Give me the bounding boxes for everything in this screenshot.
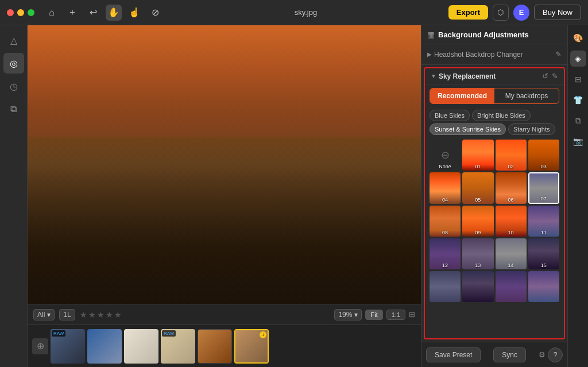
layers-icon[interactable]: ⧉ xyxy=(570,113,586,129)
sky-thumb-08[interactable]: 08 xyxy=(430,206,461,237)
adjustments-icon[interactable]: ◈ xyxy=(570,51,586,67)
count-dropdown[interactable]: 1L xyxy=(59,309,75,320)
sky-thumb-06[interactable]: 06 xyxy=(496,172,527,203)
headshot-section: ▶ Headshot Backdrop Changer ✎ xyxy=(421,44,567,65)
settings-icon[interactable]: ⚙ xyxy=(539,350,546,359)
panel-bottom: Save Preset Sync ⚙ ? xyxy=(421,342,567,367)
tab-my-backdrops[interactable]: My backdrops xyxy=(494,88,559,103)
sky-thumb-02[interactable]: 02 xyxy=(496,140,527,171)
chevron-right-icon[interactable]: ▶ xyxy=(427,51,432,57)
sky-thumb-label-01: 01 xyxy=(462,164,493,169)
tool-history[interactable]: ◷ xyxy=(3,76,24,96)
canvas-image[interactable] xyxy=(28,25,421,304)
right-panel: ▦ Background Adjustments ▶ Headshot Back… xyxy=(421,25,567,367)
sky-thumb-13[interactable]: 13 xyxy=(462,238,493,269)
camera-icon[interactable]: 📷 xyxy=(570,133,586,149)
minimize-button[interactable] xyxy=(17,9,24,16)
sky-thumb-03[interactable]: 03 xyxy=(528,140,559,171)
tool-target[interactable]: ◎ xyxy=(3,53,24,74)
topbar-right: Export ⬡ E Buy Now xyxy=(448,5,581,21)
fit-button[interactable]: Fit xyxy=(365,310,382,320)
sky-thumb-10[interactable]: 10 xyxy=(496,206,527,237)
photo-display xyxy=(28,25,421,304)
sky-thumb-07[interactable]: 07 xyxy=(528,172,559,203)
sky-thumb-01[interactable]: 01 xyxy=(462,140,493,171)
sky-thumb-label-12: 12 xyxy=(430,262,461,268)
star-rating[interactable]: ★★★★★ xyxy=(80,310,122,319)
filter-sunset[interactable]: Sunset & Sunrise Skies xyxy=(430,123,506,135)
sky-thumb-16a[interactable] xyxy=(430,271,461,302)
sky-thumb-14[interactable]: 14 xyxy=(496,238,527,269)
film-thumb[interactable]: RAW xyxy=(51,329,85,364)
filter-blue-skies[interactable]: Blue Skies xyxy=(430,110,470,121)
sky-thumb-label-04: 04 xyxy=(430,197,461,203)
home-icon[interactable]: ⌂ xyxy=(44,5,60,21)
sky-thumb-label-06: 06 xyxy=(496,197,527,203)
tool-shape[interactable]: △ xyxy=(3,30,24,51)
chevron-down-icon[interactable]: ▼ xyxy=(431,73,436,79)
sky-thumb-none[interactable]: ⊖ None xyxy=(430,140,461,171)
help-button[interactable]: ? xyxy=(548,347,563,362)
sky-thumb-16b[interactable] xyxy=(462,271,493,302)
save-preset-button[interactable]: Save Preset xyxy=(426,347,481,362)
filmstrip: ⊕ RAW RAW ↓ xyxy=(28,324,421,367)
minus-icon: ⊖ xyxy=(441,149,450,161)
eraser-icon[interactable]: ⊘ xyxy=(147,5,163,21)
sky-thumb-04[interactable]: 04 xyxy=(430,172,461,203)
sky-thumb-label-13: 13 xyxy=(462,262,493,268)
add-icon[interactable]: ＋ xyxy=(64,5,80,21)
close-button[interactable] xyxy=(7,9,14,16)
sky-thumb-label: None xyxy=(430,164,461,169)
panel-title: Background Adjustments xyxy=(438,30,529,39)
sky-thumb-label-11: 11 xyxy=(528,230,559,235)
share-icon[interactable]: ⬡ xyxy=(493,5,509,21)
hand-tool-icon[interactable]: ✋ xyxy=(106,5,122,21)
export-button[interactable]: Export xyxy=(448,5,488,20)
filter-dropdown[interactable]: All ▾ xyxy=(33,309,55,320)
panel-header: ▦ Background Adjustments xyxy=(421,25,567,44)
sky-thumb-label-15: 15 xyxy=(528,262,559,268)
grid-icon[interactable]: ⊞ xyxy=(409,310,415,319)
filter-starry-nights[interactable]: Starry Nights xyxy=(508,123,555,135)
one-to-one-button[interactable]: 1:1 xyxy=(386,310,405,320)
sky-thumb-09[interactable]: 09 xyxy=(462,206,493,237)
sky-thumb-16d[interactable] xyxy=(528,271,559,302)
sky-thumb-label-02: 02 xyxy=(496,164,527,169)
sky-actions: ↺ ✎ xyxy=(542,72,558,80)
tool-layers[interactable]: ⧉ xyxy=(3,99,24,119)
zoom-dropdown[interactable]: 19% ▾ xyxy=(334,309,362,320)
finger-tool-icon[interactable]: ☝ xyxy=(126,5,142,21)
filter-bright-blue[interactable]: Bright Blue Skies xyxy=(472,110,531,121)
undo-icon[interactable]: ↩ xyxy=(85,5,101,21)
film-thumb[interactable] xyxy=(124,329,158,364)
photo-overlay xyxy=(28,137,421,304)
sky-thumb-12[interactable]: 12 xyxy=(430,238,461,269)
traffic-lights xyxy=(7,9,34,16)
sky-thumb-label-10: 10 xyxy=(496,230,527,235)
edit-sky-icon[interactable]: ✎ xyxy=(552,72,558,80)
sky-thumb-label-14: 14 xyxy=(496,262,527,268)
sky-thumb-16c[interactable] xyxy=(496,271,527,302)
palette-icon[interactable]: 🎨 xyxy=(570,30,586,46)
texture-icon[interactable]: ⊟ xyxy=(570,71,586,87)
shirt-icon[interactable]: 👕 xyxy=(570,92,586,108)
headshot-settings-icon[interactable]: ✎ xyxy=(555,50,562,59)
film-thumb-selected[interactable]: ↓ xyxy=(234,329,269,364)
refresh-icon[interactable]: ↺ xyxy=(542,72,548,80)
sky-thumb-11[interactable]: 11 xyxy=(528,206,559,237)
buy-now-button[interactable]: Buy Now xyxy=(534,5,581,20)
canvas-bottom-bar: All ▾ 1L ★★★★★ 19% ▾ Fit 1:1 ⊞ xyxy=(28,304,421,324)
film-thumb[interactable] xyxy=(87,329,122,364)
sky-thumb-05[interactable]: 05 xyxy=(462,172,493,203)
sky-thumb-label-07: 07 xyxy=(529,196,558,202)
tab-recommended[interactable]: Recommended xyxy=(430,88,494,103)
maximize-button[interactable] xyxy=(28,9,34,16)
avatar[interactable]: E xyxy=(513,5,529,21)
sky-tab-bar: Recommended My backdrops xyxy=(430,88,559,104)
sky-replacement-container: ▼ Sky Replacement ↺ ✎ Recommended My bac… xyxy=(421,65,567,342)
sky-thumb-15[interactable]: 15 xyxy=(528,238,559,269)
film-thumb[interactable] xyxy=(198,329,232,364)
sync-button[interactable]: Sync xyxy=(493,347,526,362)
film-thumb[interactable]: RAW xyxy=(161,329,195,364)
add-photo-icon[interactable]: ⊕ xyxy=(32,338,48,354)
